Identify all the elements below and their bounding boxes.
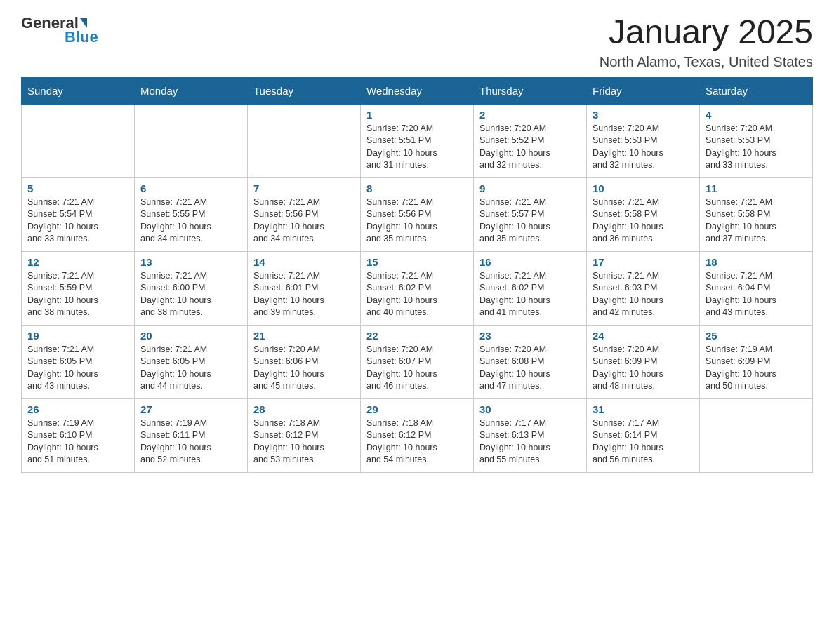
calendar-week-row: 26Sunrise: 7:19 AMSunset: 6:10 PMDayligh… <box>22 398 813 472</box>
calendar-cell: 6Sunrise: 7:21 AMSunset: 5:55 PMDaylight… <box>135 177 248 251</box>
month-title: January 2025 <box>600 14 813 51</box>
calendar-cell: 23Sunrise: 7:20 AMSunset: 6:08 PMDayligh… <box>474 325 587 398</box>
day-number: 29 <box>366 403 468 415</box>
calendar-cell: 30Sunrise: 7:17 AMSunset: 6:13 PMDayligh… <box>474 398 587 472</box>
calendar-cell: 8Sunrise: 7:21 AMSunset: 5:56 PMDaylight… <box>361 177 474 251</box>
day-number: 25 <box>706 330 807 342</box>
day-number: 14 <box>253 256 355 268</box>
calendar-cell: 18Sunrise: 7:21 AMSunset: 6:04 PMDayligh… <box>700 251 813 325</box>
day-info: Sunrise: 7:21 AMSunset: 6:05 PMDaylight:… <box>27 344 128 393</box>
day-number: 28 <box>253 403 355 415</box>
calendar-day-header: Wednesday <box>361 77 474 104</box>
day-number: 1 <box>366 109 468 121</box>
day-number: 27 <box>140 403 241 415</box>
day-info: Sunrise: 7:18 AMSunset: 6:12 PMDaylight:… <box>366 417 468 467</box>
day-number: 4 <box>706 109 807 121</box>
day-number: 19 <box>27 330 128 342</box>
calendar-day-header: Saturday <box>700 77 813 104</box>
day-info: Sunrise: 7:20 AMSunset: 6:07 PMDaylight:… <box>366 344 468 393</box>
calendar-cell: 1Sunrise: 7:20 AMSunset: 5:51 PMDaylight… <box>361 104 474 177</box>
day-number: 7 <box>253 182 355 194</box>
logo-blue-text: Blue <box>65 28 98 46</box>
day-number: 6 <box>140 182 241 194</box>
calendar-cell: 4Sunrise: 7:20 AMSunset: 5:53 PMDaylight… <box>700 104 813 177</box>
calendar-week-row: 19Sunrise: 7:21 AMSunset: 6:05 PMDayligh… <box>22 325 813 398</box>
calendar-cell: 22Sunrise: 7:20 AMSunset: 6:07 PMDayligh… <box>361 325 474 398</box>
day-info: Sunrise: 7:19 AMSunset: 6:09 PMDaylight:… <box>706 344 807 393</box>
calendar-cell: 28Sunrise: 7:18 AMSunset: 6:12 PMDayligh… <box>248 398 361 472</box>
day-info: Sunrise: 7:21 AMSunset: 5:54 PMDaylight:… <box>27 196 128 246</box>
day-info: Sunrise: 7:20 AMSunset: 5:53 PMDaylight:… <box>593 123 694 172</box>
day-info: Sunrise: 7:21 AMSunset: 6:04 PMDaylight:… <box>706 270 807 319</box>
day-number: 18 <box>706 256 807 268</box>
day-number: 24 <box>593 330 694 342</box>
calendar-week-row: 1Sunrise: 7:20 AMSunset: 5:51 PMDaylight… <box>22 104 813 177</box>
calendar-cell <box>135 104 248 177</box>
calendar-cell: 21Sunrise: 7:20 AMSunset: 6:06 PMDayligh… <box>248 325 361 398</box>
day-info: Sunrise: 7:21 AMSunset: 5:58 PMDaylight:… <box>706 196 807 246</box>
calendar-day-header: Friday <box>587 77 700 104</box>
calendar-day-header: Tuesday <box>248 77 361 104</box>
calendar-cell: 5Sunrise: 7:21 AMSunset: 5:54 PMDaylight… <box>22 177 135 251</box>
day-info: Sunrise: 7:20 AMSunset: 6:09 PMDaylight:… <box>593 344 694 393</box>
day-number: 16 <box>479 256 581 268</box>
calendar-cell: 20Sunrise: 7:21 AMSunset: 6:05 PMDayligh… <box>135 325 248 398</box>
day-info: Sunrise: 7:20 AMSunset: 6:08 PMDaylight:… <box>479 344 581 393</box>
calendar-cell: 13Sunrise: 7:21 AMSunset: 6:00 PMDayligh… <box>135 251 248 325</box>
day-number: 23 <box>479 330 581 342</box>
calendar-cell: 16Sunrise: 7:21 AMSunset: 6:02 PMDayligh… <box>474 251 587 325</box>
day-number: 8 <box>366 182 468 194</box>
calendar-cell: 26Sunrise: 7:19 AMSunset: 6:10 PMDayligh… <box>22 398 135 472</box>
day-number: 11 <box>706 182 807 194</box>
day-info: Sunrise: 7:18 AMSunset: 6:12 PMDaylight:… <box>253 417 355 467</box>
day-number: 3 <box>593 109 694 121</box>
day-number: 30 <box>479 403 581 415</box>
day-info: Sunrise: 7:17 AMSunset: 6:13 PMDaylight:… <box>479 417 581 467</box>
day-info: Sunrise: 7:20 AMSunset: 5:52 PMDaylight:… <box>479 123 581 172</box>
calendar-cell: 17Sunrise: 7:21 AMSunset: 6:03 PMDayligh… <box>587 251 700 325</box>
day-info: Sunrise: 7:21 AMSunset: 5:55 PMDaylight:… <box>140 196 241 246</box>
calendar-cell: 3Sunrise: 7:20 AMSunset: 5:53 PMDaylight… <box>587 104 700 177</box>
calendar-cell: 2Sunrise: 7:20 AMSunset: 5:52 PMDaylight… <box>474 104 587 177</box>
calendar-cell: 19Sunrise: 7:21 AMSunset: 6:05 PMDayligh… <box>22 325 135 398</box>
day-number: 26 <box>27 403 128 415</box>
day-info: Sunrise: 7:20 AMSunset: 5:51 PMDaylight:… <box>366 123 468 172</box>
calendar-cell: 15Sunrise: 7:21 AMSunset: 6:02 PMDayligh… <box>361 251 474 325</box>
title-block: January 2025 North Alamo, Texas, United … <box>600 14 813 70</box>
day-info: Sunrise: 7:17 AMSunset: 6:14 PMDaylight:… <box>593 417 694 467</box>
day-number: 21 <box>253 330 355 342</box>
day-number: 17 <box>593 256 694 268</box>
location-title: North Alamo, Texas, United States <box>600 54 813 70</box>
calendar-cell: 9Sunrise: 7:21 AMSunset: 5:57 PMDaylight… <box>474 177 587 251</box>
day-number: 9 <box>479 182 581 194</box>
day-number: 5 <box>27 182 128 194</box>
calendar-cell: 14Sunrise: 7:21 AMSunset: 6:01 PMDayligh… <box>248 251 361 325</box>
day-number: 31 <box>593 403 694 415</box>
calendar-cell: 25Sunrise: 7:19 AMSunset: 6:09 PMDayligh… <box>700 325 813 398</box>
day-info: Sunrise: 7:20 AMSunset: 6:06 PMDaylight:… <box>253 344 355 393</box>
page-header: General Blue January 2025 North Alamo, T… <box>21 14 813 70</box>
day-number: 2 <box>479 109 581 121</box>
calendar-day-header: Sunday <box>22 77 135 104</box>
day-info: Sunrise: 7:21 AMSunset: 6:01 PMDaylight:… <box>253 270 355 319</box>
day-info: Sunrise: 7:20 AMSunset: 5:53 PMDaylight:… <box>706 123 807 172</box>
day-info: Sunrise: 7:21 AMSunset: 6:05 PMDaylight:… <box>140 344 241 393</box>
calendar-cell: 10Sunrise: 7:21 AMSunset: 5:58 PMDayligh… <box>587 177 700 251</box>
calendar-header-row: SundayMondayTuesdayWednesdayThursdayFrid… <box>22 77 813 104</box>
calendar-cell <box>248 104 361 177</box>
day-info: Sunrise: 7:19 AMSunset: 6:10 PMDaylight:… <box>27 417 128 467</box>
day-number: 20 <box>140 330 241 342</box>
calendar-cell <box>22 104 135 177</box>
day-info: Sunrise: 7:21 AMSunset: 6:00 PMDaylight:… <box>140 270 241 319</box>
day-number: 13 <box>140 256 241 268</box>
day-number: 22 <box>366 330 468 342</box>
day-info: Sunrise: 7:21 AMSunset: 6:02 PMDaylight:… <box>479 270 581 319</box>
day-info: Sunrise: 7:21 AMSunset: 5:59 PMDaylight:… <box>27 270 128 319</box>
calendar-cell: 27Sunrise: 7:19 AMSunset: 6:11 PMDayligh… <box>135 398 248 472</box>
day-info: Sunrise: 7:19 AMSunset: 6:11 PMDaylight:… <box>140 417 241 467</box>
day-info: Sunrise: 7:21 AMSunset: 6:02 PMDaylight:… <box>366 270 468 319</box>
calendar-week-row: 12Sunrise: 7:21 AMSunset: 5:59 PMDayligh… <box>22 251 813 325</box>
calendar-cell: 31Sunrise: 7:17 AMSunset: 6:14 PMDayligh… <box>587 398 700 472</box>
calendar-cell: 7Sunrise: 7:21 AMSunset: 5:56 PMDaylight… <box>248 177 361 251</box>
day-info: Sunrise: 7:21 AMSunset: 5:56 PMDaylight:… <box>366 196 468 246</box>
